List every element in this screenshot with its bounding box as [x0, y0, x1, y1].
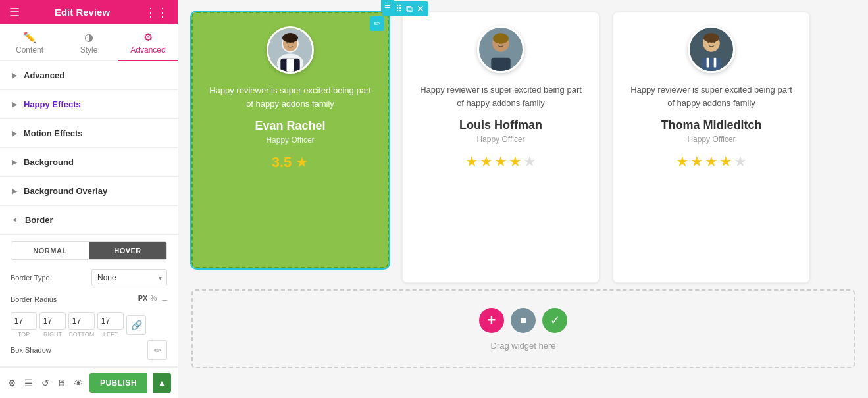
box-shadow-label: Box Shadow [11, 346, 147, 354]
history-icon-btn[interactable]: ↺ [39, 374, 51, 392]
tab-bar: ✏️ Content ◑ Style ⚙ Advanced [0, 24, 178, 61]
border-radius-row: Border Radius PX % – [11, 294, 167, 305]
section-background-overlay-header[interactable]: ▶ Background Overlay [0, 177, 178, 205]
review-card-thoma[interactable]: Happy reviewer is super excited being pa… [613, 12, 810, 283]
hover-toggle-btn[interactable]: HOVER [89, 242, 166, 259]
drag-icon-check[interactable]: ✓ [542, 308, 567, 333]
grid-icon[interactable]: ⋮⋮ [145, 5, 168, 20]
review-card-wrapper-evan: ✏ [191, 12, 389, 283]
section-happy-effects: ▶ Happy Effects [0, 90, 178, 119]
top-bar: ☰ Edit Review ⋮⋮ [0, 0, 178, 24]
border-section-content: NORMAL HOVER Border Type None Solid Dash… [0, 235, 178, 366]
radius-units: PX % – [138, 294, 167, 305]
review-card-louis[interactable]: Happy reviewer is super excited being pa… [402, 12, 600, 283]
main-area: + ⠿ ⧉ ✕ ☰ ✏ [178, 0, 868, 398]
border-type-row: Border Type None Solid Dashed Dotted Dou… [11, 269, 167, 286]
radius-bottom-input[interactable]: 17 [68, 312, 95, 330]
edit-pencil-icon[interactable]: ✏ [370, 16, 384, 31]
section-motion-effects-header[interactable]: ▶ Motion Effects [0, 119, 178, 147]
border-type-select-wrapper: None Solid Dashed Dotted Double [91, 269, 167, 286]
section-border: ▼ Border NORMAL HOVER Border Type None S… [0, 206, 178, 367]
widget-delete-icon[interactable]: ✕ [417, 3, 424, 14]
unit-px[interactable]: PX [138, 294, 148, 305]
rating-row-louis: ★ ★ ★ ★ ★ [465, 153, 536, 170]
section-background: ▶ Background [0, 148, 178, 177]
louis-star4: ★ [509, 153, 522, 170]
avatar-evan [267, 26, 314, 74]
publish-arrow-button[interactable]: ▲ [153, 373, 171, 393]
radius-left-label: LEFT [103, 331, 118, 337]
tab-style[interactable]: ◑ Style [59, 24, 118, 61]
radius-top-input[interactable]: 17 [11, 312, 37, 330]
reviewer-title-thoma: Happy Officer [687, 135, 735, 144]
drag-widget-area[interactable]: + ■ ✓ Drag widget here [191, 289, 855, 368]
preview-icon-btn[interactable]: 👁 [73, 374, 84, 392]
stars-evan: ★ [295, 154, 309, 171]
reviewer-name-evan: Evan Rachel [255, 119, 325, 133]
reviewer-title-louis: Happy Officer [476, 135, 524, 144]
radius-inputs: 17 TOP 17 RIGHT 17 BOTTOM 17 LEFT 🔗 [11, 312, 167, 337]
section-border-label: Border [25, 215, 53, 225]
review-card-evan[interactable]: ✏ [191, 12, 389, 268]
svg-rect-21 [702, 58, 721, 71]
section-happy-effects-header[interactable]: ▶ Happy Effects [0, 90, 178, 118]
section-advanced-header[interactable]: ▶ Advanced [0, 61, 178, 89]
tab-content[interactable]: ✏️ Content [0, 24, 59, 61]
radius-minus-icon[interactable]: – [162, 294, 167, 305]
drag-widget-text: Drag widget here [491, 341, 556, 351]
background-arrow-icon: ▶ [12, 159, 17, 166]
drag-icons-row: + ■ ✓ [479, 308, 567, 333]
layers-icon-btn[interactable]: ☰ [23, 374, 34, 392]
star1: ★ [295, 154, 309, 171]
advanced-arrow-icon: ▶ [12, 72, 17, 79]
section-motion-effects-label: Motion Effects [24, 128, 83, 138]
avatar-thoma-svg [690, 28, 733, 71]
svg-rect-22 [707, 58, 709, 68]
element-indicator-icon: ☰ [384, 1, 391, 9]
widget-copy-icon[interactable]: ⧉ [406, 3, 413, 14]
thoma-star1: ★ [676, 153, 689, 170]
rating-row-evan: 3.5 ★ [272, 154, 309, 171]
avatar-thoma [688, 26, 735, 73]
normal-toggle-btn[interactable]: NORMAL [11, 242, 89, 259]
radius-right-input[interactable]: 17 [39, 312, 66, 330]
drag-icon-plus[interactable]: + [479, 308, 504, 333]
svg-rect-9 [287, 59, 294, 72]
avatar-louis-svg [479, 28, 523, 71]
tab-style-label: Style [80, 45, 98, 55]
left-panel: ☰ Edit Review ⋮⋮ ✏️ Content ◑ Style ⚙ Ad… [0, 0, 178, 398]
settings-icon-btn[interactable]: ⚙ [7, 374, 18, 392]
reviewer-name-thoma: Thoma Midleditch [661, 118, 762, 132]
louis-star5: ★ [523, 153, 536, 170]
bottom-toolbar: ⚙ ☰ ↺ 🖥 👁 PUBLISH ▲ [0, 367, 178, 398]
drag-icon-square[interactable]: ■ [511, 308, 536, 333]
radius-left-input[interactable]: 17 [97, 312, 124, 330]
section-border-header[interactable]: ▼ Border [0, 206, 178, 235]
reviewer-title-evan: Happy Officer [266, 136, 314, 145]
background-overlay-arrow-icon: ▶ [12, 187, 17, 195]
thoma-star4: ★ [719, 153, 732, 170]
style-tab-icon: ◑ [84, 31, 93, 43]
tab-advanced[interactable]: ⚙ Advanced [118, 24, 178, 61]
widget-move-icon[interactable]: ⠿ [396, 3, 402, 14]
box-shadow-edit-btn[interactable]: ✏ [147, 340, 167, 360]
radius-top-label: TOP [18, 331, 30, 337]
border-type-select[interactable]: None Solid Dashed Dotted Double [91, 269, 167, 286]
responsive-icon-btn[interactable]: 🖥 [57, 374, 68, 392]
svg-point-14 [493, 33, 509, 44]
section-background-header[interactable]: ▶ Background [0, 148, 178, 176]
radius-bottom-label: BOTTOM [69, 331, 94, 337]
radius-right-box: 17 RIGHT [39, 312, 66, 337]
publish-button[interactable]: PUBLISH [89, 373, 147, 393]
rating-row-thoma: ★ ★ ★ ★ ★ [676, 153, 747, 170]
unit-percent[interactable]: % [150, 294, 157, 305]
normal-hover-toggle: NORMAL HOVER [11, 241, 167, 260]
advanced-tab-icon: ⚙ [143, 31, 153, 43]
app-title: Edit Review [55, 7, 110, 18]
section-advanced: ▶ Advanced [0, 61, 178, 90]
radius-link-btn[interactable]: 🔗 [126, 315, 146, 335]
review-text-evan: Happy reviewer is super excited being pa… [206, 84, 374, 110]
hamburger-icon[interactable]: ☰ [9, 5, 20, 20]
border-radius-label: Border Radius [11, 295, 138, 303]
stars-thoma: ★ ★ ★ ★ ★ [676, 153, 747, 170]
